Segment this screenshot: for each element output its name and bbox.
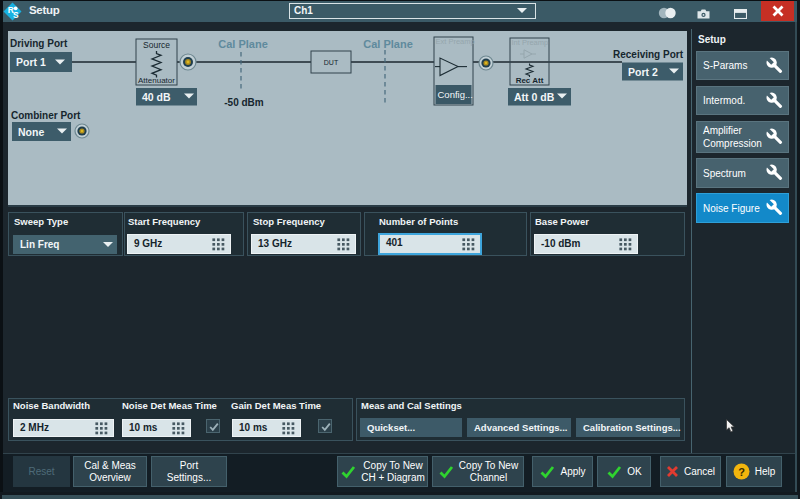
svg-text:Config...: Config... [438,89,473,100]
svg-text:Ext Preamp: Ext Preamp [436,37,475,46]
svg-text:-50 dBm: -50 dBm [224,97,264,108]
svg-text:Port 2: Port 2 [628,66,658,78]
svg-text:Att 0 dB: Att 0 dB [514,91,555,103]
svg-text:Driving Port: Driving Port [10,38,68,49]
svg-text:S: S [13,10,19,20]
svg-text:Attenuator: Attenuator [138,76,175,85]
svg-text:Port 1: Port 1 [16,56,46,68]
svg-text:Int Preamp: Int Preamp [512,38,549,47]
svg-text:40 dB: 40 dB [142,91,171,103]
svg-text:None: None [18,126,44,138]
svg-text:Rec Att: Rec Att [516,76,544,85]
svg-text:Cal Plane: Cal Plane [363,38,413,50]
svg-text:Combiner Port: Combiner Port [11,110,81,121]
svg-text:?: ? [738,466,745,478]
svg-text:Source: Source [143,40,170,50]
svg-text:Cal Plane: Cal Plane [218,38,268,50]
svg-text:DUT: DUT [324,59,339,66]
svg-text:Receiving Port: Receiving Port [613,49,684,60]
